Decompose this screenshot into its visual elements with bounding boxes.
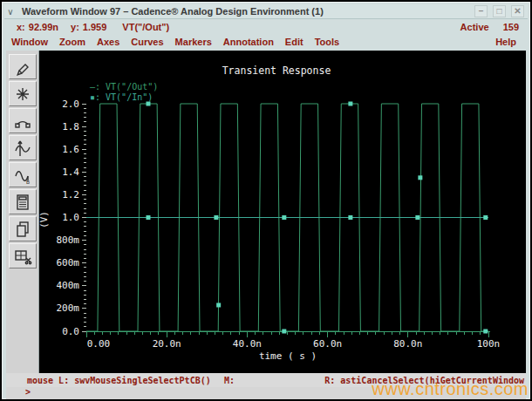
menu-tools[interactable]: Tools <box>310 37 344 47</box>
svg-text:100n: 100n <box>477 338 501 350</box>
svg-text:Transient Response: Transient Response <box>222 65 331 77</box>
window-frame: ∨ Waveform Window 97 – Cadence® Analog D… <box>2 2 530 399</box>
axes-wave-icon <box>13 139 32 157</box>
svg-text:(V): (V) <box>39 211 50 228</box>
svg-text:600m: 600m <box>57 257 80 268</box>
curve-b-icon: B <box>13 167 32 184</box>
menu-zoom[interactable]: Zoom <box>55 37 90 47</box>
curve-b-tool-button[interactable]: B <box>9 162 37 187</box>
zoom-star-tool-button[interactable] <box>9 81 37 106</box>
window-menu-chevron-icon[interactable]: ∨ <box>4 7 17 17</box>
calculator-tool-button[interactable] <box>9 189 37 214</box>
svg-text:1.0: 1.0 <box>62 212 79 223</box>
maximize-icon[interactable]: □ <box>493 5 506 17</box>
copy-icon <box>13 221 32 238</box>
y-readout-label: y: <box>71 22 79 32</box>
svg-text:80.0n: 80.0n <box>393 338 422 350</box>
snip-window-icon <box>13 248 32 265</box>
svg-text:0.00: 0.00 <box>87 338 111 350</box>
active-label: Active <box>460 22 489 32</box>
x-readout-label: x: <box>17 22 25 32</box>
menu-bar: Window Zoom Axes Curves Markers Annotati… <box>4 34 528 50</box>
svg-text:400m: 400m <box>57 280 80 291</box>
mouse-left-binding: mouse L: swvMouseSingleSelectPtCB() <box>27 376 211 385</box>
window-controls: – □ ✕ <box>474 5 524 17</box>
menu-axes[interactable]: Axes <box>92 37 124 47</box>
menu-window[interactable]: Window <box>7 37 52 47</box>
minimize-icon[interactable]: – <box>474 5 488 17</box>
plot-area[interactable]: 0.0200m400m600m800m1.01.21.41.61.82.0(V)… <box>39 51 526 373</box>
axes-wave-tool-button[interactable] <box>9 135 37 160</box>
cursor-readout-bar: x: 92.99n y: 1.959 VT("/Out") Active 159 <box>4 19 528 34</box>
snip-window-tool-button[interactable] <box>9 243 37 268</box>
menu-annotation[interactable]: Annotation <box>219 37 278 47</box>
window-title: Waveform Window 97 – Cadence® Analog Des… <box>22 6 324 17</box>
svg-text:800m: 800m <box>57 234 80 246</box>
tool-palette: B <box>6 51 39 373</box>
copy-tool-button[interactable] <box>9 216 37 241</box>
menu-curves[interactable]: Curves <box>126 37 167 47</box>
menu-help[interactable]: Help <box>491 37 521 47</box>
svg-text:B: B <box>26 180 30 184</box>
y-readout-value: 1.959 <box>83 22 107 32</box>
svg-text:1.8: 1.8 <box>62 121 79 133</box>
svg-text:2.0: 2.0 <box>62 99 79 110</box>
arc-curve-icon <box>13 112 32 130</box>
prompt-caret: > <box>25 387 31 397</box>
stylus-tool-button[interactable] <box>9 54 37 79</box>
title-bar[interactable]: ∨ Waveform Window 97 – Cadence® Analog D… <box>4 4 528 19</box>
svg-text:60.0n: 60.0n <box>313 338 342 350</box>
calculator-icon <box>13 194 32 211</box>
x-readout-value: 92.99n <box>29 22 58 32</box>
mouse-middle-binding: M: <box>224 376 235 385</box>
menu-markers[interactable]: Markers <box>171 37 216 47</box>
waveform-window: ∨ Waveform Window 97 – Cadence® Analog D… <box>0 0 532 401</box>
svg-text:time ( s ): time ( s ) <box>259 350 317 362</box>
close-icon[interactable]: ✕ <box>511 5 524 17</box>
svg-text:40.0n: 40.0n <box>233 338 262 350</box>
waveform-plot[interactable]: 0.0200m400m600m800m1.01.21.41.61.82.0(V)… <box>39 51 526 373</box>
active-count: 159 <box>503 22 519 32</box>
svg-text:1.2: 1.2 <box>62 189 79 200</box>
svg-text:1.6: 1.6 <box>62 144 79 155</box>
stylus-icon <box>13 58 32 76</box>
arc-curve-tool-button[interactable] <box>9 108 37 133</box>
svg-text:20.0n: 20.0n <box>153 338 181 350</box>
watermark-text: www.cntronics.com <box>372 379 529 399</box>
main-area: B <box>6 51 526 373</box>
svg-text:—: VT("/Out"): —: VT("/Out") <box>90 82 158 92</box>
svg-text:0.0: 0.0 <box>62 326 79 337</box>
svg-text:▪: VT("/In"): ▪: VT("/In") <box>90 92 153 102</box>
zoom-star-icon <box>13 85 32 103</box>
selected-trace-readout: VT("/Out") <box>122 22 169 32</box>
svg-text:1.4: 1.4 <box>62 167 79 178</box>
svg-text:200m: 200m <box>57 302 80 314</box>
menu-edit[interactable]: Edit <box>281 37 308 47</box>
